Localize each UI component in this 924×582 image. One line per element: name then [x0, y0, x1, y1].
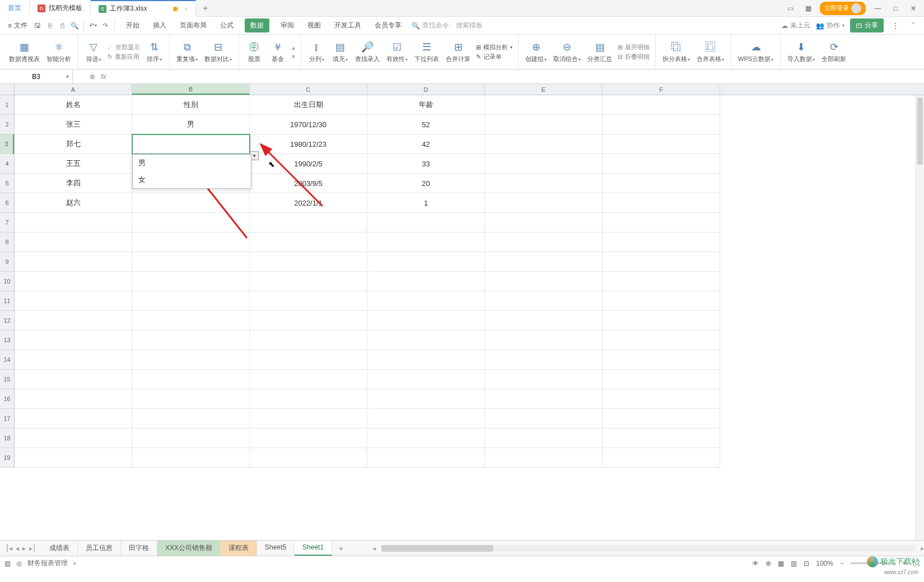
cell[interactable]: [15, 389, 132, 409]
show-all-button[interactable]: ☄全部显示: [108, 43, 140, 52]
cell[interactable]: [603, 134, 720, 154]
cell[interactable]: [485, 115, 603, 134]
cell[interactable]: [132, 448, 250, 468]
cell[interactable]: [15, 272, 132, 291]
tab-review[interactable]: 审阅: [278, 18, 296, 32]
cell[interactable]: [367, 232, 485, 252]
merge-table-button[interactable]: ⿴合并表格: [693, 40, 727, 63]
sheet-nav-prev-icon[interactable]: ◂: [16, 544, 19, 552]
sheet-tab[interactable]: 田字格: [121, 541, 157, 556]
page-view-icon[interactable]: ▥: [791, 560, 797, 567]
filter-button[interactable]: ▽筛选: [82, 40, 105, 63]
cell[interactable]: [603, 291, 720, 311]
row-header[interactable]: 15: [0, 370, 14, 389]
tab-menu-icon[interactable]: ▫: [185, 5, 188, 13]
row-header[interactable]: 2: [0, 115, 14, 134]
cell[interactable]: [485, 213, 603, 232]
tab-start[interactable]: 开始: [124, 18, 142, 32]
save-icon[interactable]: 🖫: [32, 20, 43, 31]
finance-icon[interactable]: ◎: [16, 560, 22, 567]
cell[interactable]: [603, 429, 720, 448]
cell[interactable]: [603, 409, 720, 429]
up-icon[interactable]: ▴: [292, 44, 295, 52]
login-button[interactable]: 立即登录: [820, 2, 866, 15]
tab-formula[interactable]: 公式: [218, 18, 236, 32]
cell[interactable]: ▾男女: [132, 134, 250, 154]
row-header[interactable]: 16: [0, 389, 14, 409]
scenario-button[interactable]: ⊞模拟分析▾: [476, 43, 512, 52]
cell[interactable]: [603, 115, 720, 134]
cell[interactable]: [132, 193, 250, 213]
cell[interactable]: 52: [367, 115, 485, 134]
cell[interactable]: [250, 213, 367, 232]
cell[interactable]: [15, 330, 132, 350]
cell[interactable]: [132, 370, 250, 389]
cell[interactable]: [485, 291, 603, 311]
cell[interactable]: [485, 389, 603, 409]
cell[interactable]: [485, 193, 603, 213]
cell[interactable]: [15, 291, 132, 311]
cell[interactable]: [603, 448, 720, 468]
row-header[interactable]: 10: [0, 272, 14, 291]
cell[interactable]: [603, 174, 720, 193]
name-box[interactable]: ▾: [0, 69, 73, 83]
pivot-button[interactable]: ▦数据透视表: [6, 40, 43, 63]
cell[interactable]: 姓名: [15, 95, 132, 115]
cell[interactable]: [250, 448, 367, 468]
cell[interactable]: [485, 174, 603, 193]
cell[interactable]: [485, 409, 603, 429]
cell[interactable]: [367, 330, 485, 350]
add-sheet-button[interactable]: +: [332, 544, 350, 553]
cell[interactable]: 1990/2/5: [250, 154, 367, 174]
col-header[interactable]: B: [132, 84, 250, 95]
cell[interactable]: 1970/12/30: [250, 115, 367, 134]
split-col-button[interactable]: ⫿分列: [305, 40, 328, 63]
cell[interactable]: 20: [367, 174, 485, 193]
col-header[interactable]: F: [603, 84, 720, 95]
cell[interactable]: [603, 193, 720, 213]
cell[interactable]: [367, 272, 485, 291]
fx-icon[interactable]: fx: [101, 73, 106, 81]
cell[interactable]: [367, 429, 485, 448]
close-button[interactable]: ✕: [907, 2, 920, 15]
print-icon[interactable]: ⎙: [57, 20, 68, 31]
cell[interactable]: [603, 370, 720, 389]
cell[interactable]: [367, 311, 485, 330]
cell[interactable]: [603, 389, 720, 409]
cell[interactable]: [132, 272, 250, 291]
cell[interactable]: [485, 232, 603, 252]
hscroll-left-icon[interactable]: ◂: [372, 544, 376, 552]
group-create-button[interactable]: ⊕创建组: [522, 40, 550, 63]
scrollbar-thumb[interactable]: [917, 97, 923, 165]
cell[interactable]: 33: [367, 154, 485, 174]
sheet-tab[interactable]: Sheet1: [295, 541, 332, 556]
hscroll-right-icon[interactable]: ▸: [921, 544, 924, 552]
row-header[interactable]: 17: [0, 409, 14, 429]
cell[interactable]: [132, 252, 250, 272]
main-menu-button[interactable]: ≡ 文件: [4, 21, 31, 30]
cell[interactable]: [132, 213, 250, 232]
sheet-nav-first-icon[interactable]: ⎮◂: [6, 544, 12, 552]
cell[interactable]: 1980/12/23: [250, 134, 367, 154]
cell[interactable]: 张三: [15, 115, 132, 134]
cell[interactable]: 1: [367, 193, 485, 213]
cell[interactable]: 年龄: [367, 95, 485, 115]
smart-analysis-button[interactable]: ⚛智能分析: [43, 40, 74, 63]
center-icon[interactable]: ⊕: [766, 560, 771, 567]
dropdown-option[interactable]: 女: [133, 171, 251, 188]
cell[interactable]: [603, 154, 720, 174]
cell[interactable]: [250, 429, 367, 448]
col-header[interactable]: C: [250, 84, 367, 95]
cell[interactable]: [15, 311, 132, 330]
cell[interactable]: 赵六: [15, 193, 132, 213]
normal-view-icon[interactable]: ▦: [778, 560, 784, 567]
print-preview-icon[interactable]: 🔍: [69, 20, 80, 31]
cell[interactable]: [367, 252, 485, 272]
sheet-tab[interactable]: 课程表: [221, 541, 257, 556]
cell[interactable]: [485, 272, 603, 291]
cell[interactable]: [132, 350, 250, 370]
cell[interactable]: [485, 95, 603, 115]
cell[interactable]: 2003/9/5: [250, 174, 367, 193]
cell[interactable]: [132, 232, 250, 252]
duplicates-button[interactable]: ⧉重复项: [173, 40, 201, 63]
